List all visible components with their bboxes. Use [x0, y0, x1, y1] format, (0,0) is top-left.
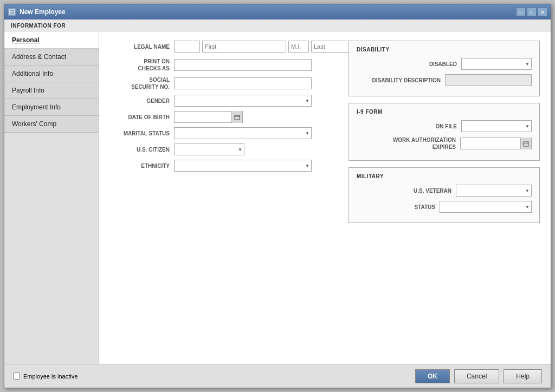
marital-status-row: MARITAL STATUS Single Married Divorced [110, 127, 338, 139]
legal-name-row: LEGAL NAME [110, 41, 338, 53]
social-security-input[interactable] [174, 77, 312, 89]
us-veteran-select[interactable]: Yes No [456, 185, 532, 197]
disability-description-label: DISABILITY DESCRIPTION [372, 77, 441, 84]
us-veteran-label: U.S. VETERAN [414, 187, 451, 194]
restore-button[interactable]: □ [527, 8, 537, 16]
dob-input-wrapper [174, 111, 243, 123]
footer: Employee is inactive OK Cancel Help [4, 364, 551, 388]
us-citizen-row: U.S. CITIZEN Yes No [110, 143, 338, 155]
ethnicity-select[interactable]: Hispanic or Latino Not Hispanic or Latin… [174, 160, 312, 172]
military-section: MILITARY U.S. VETERAN Yes No [349, 167, 540, 223]
disabled-label: DISABLED [429, 61, 457, 68]
right-section: DISABILITY DISABLED Yes No [349, 41, 540, 230]
us-veteran-row: U.S. VETERAN Yes No [357, 185, 532, 197]
us-veteran-select-wrapper: Yes No [456, 185, 532, 197]
employee-inactive-label: Employee is inactive [23, 373, 78, 380]
sidebar-item-address-contact[interactable]: Address & Contact [4, 49, 99, 66]
title-bar-controls: ─ □ ✕ [516, 8, 547, 16]
ethnicity-select-wrapper: Hispanic or Latino Not Hispanic or Latin… [174, 160, 312, 172]
work-auth-expires-row: WORK AUTHORIZATIONEXPIRES [357, 136, 532, 151]
military-status-select[interactable]: Active Inactive Retired [440, 201, 532, 213]
sidebar-item-additional-info[interactable]: Additional Info [4, 66, 99, 82]
svg-rect-7 [524, 142, 528, 146]
dob-input[interactable] [175, 112, 231, 122]
disability-description-row: DISABILITY DESCRIPTION [357, 74, 532, 86]
dob-calendar-button[interactable] [231, 111, 242, 123]
help-button[interactable]: Help [504, 369, 542, 383]
print-on-checks-row: PRINT ONCHECKS AS [110, 58, 338, 72]
svg-rect-3 [235, 115, 240, 120]
legal-name-mi-input[interactable] [288, 41, 309, 53]
sidebar: Personal Address & Contact Additional In… [4, 32, 99, 364]
dob-label: DATE OF BIRTH [110, 114, 170, 121]
svg-rect-0 [9, 10, 15, 14]
sidebar-item-employment-info[interactable]: Employment Info [4, 99, 99, 116]
close-button[interactable]: ✕ [538, 8, 547, 16]
disability-section: DISABILITY DISABLED Yes No [349, 41, 540, 96]
disabled-select-wrapper: Yes No [461, 58, 532, 70]
on-file-select-wrapper: Yes No [461, 120, 532, 132]
legal-name-prefix-input[interactable] [174, 41, 200, 53]
sidebar-item-workers-comp[interactable]: Workers' Comp [4, 116, 99, 133]
military-status-label: STATUS [414, 204, 435, 211]
legal-name-inputs [174, 41, 368, 53]
disability-description-input[interactable] [445, 74, 532, 86]
work-auth-expires-input-wrapper [460, 138, 532, 149]
us-citizen-select-wrapper: Yes No [174, 143, 244, 155]
legal-name-first-input[interactable] [202, 41, 286, 53]
form-section-row: LEGAL NAME PRINT ONCHECKS AS [110, 41, 540, 230]
info-for-bar: INFORMATION FOR [4, 19, 551, 32]
marital-status-label: MARITAL STATUS [110, 130, 170, 137]
gender-select[interactable]: Male Female [174, 95, 312, 107]
employee-inactive-checkbox[interactable] [13, 373, 20, 380]
app-icon [8, 8, 16, 16]
marital-status-select-wrapper: Single Married Divorced [174, 127, 312, 139]
social-security-row: SOCIALSECURITY NO. [110, 76, 338, 90]
disabled-row: DISABLED Yes No [357, 58, 532, 70]
gender-select-wrapper: Male Female [174, 95, 312, 107]
marital-status-select[interactable]: Single Married Divorced [174, 127, 312, 139]
window-body: INFORMATION FOR Personal Address & Conta… [4, 19, 551, 388]
cancel-button[interactable]: Cancel [454, 369, 499, 383]
content-area: LEGAL NAME PRINT ONCHECKS AS [99, 32, 551, 364]
military-title: MILITARY [357, 173, 532, 179]
work-auth-calendar-button[interactable] [520, 138, 531, 149]
i9-form-section: I-9 FORM ON FILE Yes No [349, 103, 540, 161]
print-on-checks-input[interactable] [174, 59, 312, 71]
sidebar-item-personal[interactable]: Personal [4, 32, 99, 49]
i9-form-title: I-9 FORM [357, 109, 532, 115]
title-bar: New Employee ─ □ ✕ [4, 4, 551, 19]
social-security-label: SOCIALSECURITY NO. [110, 76, 170, 90]
us-citizen-select[interactable]: Yes No [174, 143, 244, 155]
left-section: LEGAL NAME PRINT ONCHECKS AS [110, 41, 338, 230]
main-window: New Employee ─ □ ✕ INFORMATION FOR Perso… [4, 4, 551, 388]
footer-buttons: OK Cancel Help [415, 369, 542, 383]
military-status-row: STATUS Active Inactive Retired [357, 201, 532, 213]
dob-row: DATE OF BIRTH [110, 111, 338, 123]
main-content: Personal Address & Contact Additional In… [4, 32, 551, 364]
disabled-select[interactable]: Yes No [461, 58, 532, 70]
on-file-label: ON FILE [436, 123, 457, 130]
us-citizen-label: U.S. CITIZEN [110, 146, 170, 153]
window-title: New Employee [20, 8, 66, 16]
work-auth-expires-label: WORK AUTHORIZATIONEXPIRES [393, 136, 456, 151]
military-status-select-wrapper: Active Inactive Retired [440, 201, 532, 213]
footer-left: Employee is inactive [13, 373, 78, 380]
ethnicity-row: ETHNICITY Hispanic or Latino Not Hispani… [110, 160, 338, 172]
ok-button[interactable]: OK [415, 369, 450, 383]
work-auth-expires-input[interactable] [461, 138, 520, 149]
sidebar-item-payroll-info[interactable]: Payroll Info [4, 82, 99, 99]
ethnicity-label: ETHNICITY [110, 162, 170, 169]
gender-row: GENDER Male Female [110, 95, 338, 107]
gender-label: GENDER [110, 97, 170, 104]
title-bar-left: New Employee [8, 8, 66, 16]
legal-name-label: LEGAL NAME [110, 44, 170, 50]
disability-title: DISABILITY [357, 47, 532, 53]
minimize-button[interactable]: ─ [516, 8, 526, 16]
print-on-checks-label: PRINT ONCHECKS AS [110, 58, 170, 72]
on-file-select[interactable]: Yes No [461, 120, 532, 132]
on-file-row: ON FILE Yes No [357, 120, 532, 132]
